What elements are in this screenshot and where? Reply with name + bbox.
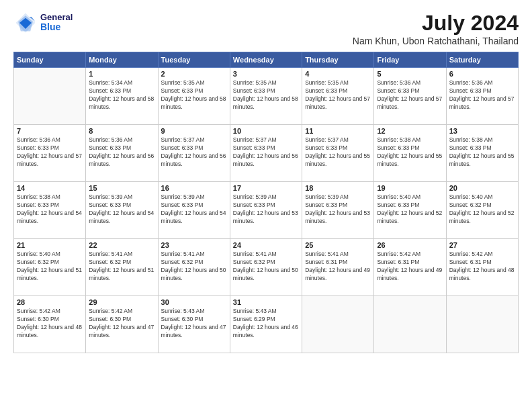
day-number: 2 xyxy=(161,70,227,78)
day-info: Sunrise: 5:41 AM Sunset: 6:31 PM Dayligh… xyxy=(305,250,371,283)
calendar-table: Sunday Monday Tuesday Wednesday Thursday… xyxy=(13,52,519,353)
day-info: Sunrise: 5:42 AM Sunset: 6:30 PM Dayligh… xyxy=(17,308,83,340)
day-info: Sunrise: 5:36 AM Sunset: 6:33 PM Dayligh… xyxy=(449,79,515,111)
day-number: 27 xyxy=(449,241,515,249)
day-info: Sunrise: 5:39 AM Sunset: 6:33 PM Dayligh… xyxy=(161,193,227,226)
day-info: Sunrise: 5:37 AM Sunset: 6:33 PM Dayligh… xyxy=(233,136,299,169)
calendar-cell: 20Sunrise: 5:40 AM Sunset: 6:32 PM Dayli… xyxy=(446,182,518,239)
day-number: 11 xyxy=(305,127,371,135)
calendar-cell: 29Sunrise: 5:42 AM Sunset: 6:30 PM Dayli… xyxy=(86,296,158,353)
calendar-cell: 7Sunrise: 5:36 AM Sunset: 6:33 PM Daylig… xyxy=(14,125,86,182)
header: General Blue July 2024 Nam Khun, Ubon Ra… xyxy=(13,11,519,46)
day-info: Sunrise: 5:35 AM Sunset: 6:33 PM Dayligh… xyxy=(161,79,227,111)
month-year: July 2024 xyxy=(353,11,519,36)
page: General Blue July 2024 Nam Khun, Ubon Ra… xyxy=(0,0,532,411)
calendar-cell: 28Sunrise: 5:42 AM Sunset: 6:30 PM Dayli… xyxy=(14,296,86,353)
calendar-week-5: 28Sunrise: 5:42 AM Sunset: 6:30 PM Dayli… xyxy=(14,296,519,353)
calendar-cell xyxy=(302,296,374,353)
day-number: 1 xyxy=(89,70,154,78)
day-info: Sunrise: 5:43 AM Sunset: 6:30 PM Dayligh… xyxy=(161,308,227,340)
day-number: 26 xyxy=(377,241,443,249)
day-info: Sunrise: 5:41 AM Sunset: 6:32 PM Dayligh… xyxy=(233,250,299,283)
calendar-cell: 26Sunrise: 5:42 AM Sunset: 6:31 PM Dayli… xyxy=(374,239,446,296)
col-monday: Monday xyxy=(86,52,158,68)
calendar-week-4: 21Sunrise: 5:40 AM Sunset: 6:32 PM Dayli… xyxy=(14,239,519,296)
calendar-cell: 9Sunrise: 5:37 AM Sunset: 6:33 PM Daylig… xyxy=(158,125,230,182)
calendar-cell: 23Sunrise: 5:41 AM Sunset: 6:32 PM Dayli… xyxy=(158,239,230,296)
calendar-cell: 17Sunrise: 5:39 AM Sunset: 6:33 PM Dayli… xyxy=(230,182,302,239)
day-number: 8 xyxy=(89,127,154,135)
day-number: 5 xyxy=(377,70,443,78)
location: Nam Khun, Ubon Ratchathani, Thailand xyxy=(353,36,519,46)
calendar-cell: 30Sunrise: 5:43 AM Sunset: 6:30 PM Dayli… xyxy=(158,296,230,353)
logo-icon xyxy=(13,11,38,35)
day-info: Sunrise: 5:36 AM Sunset: 6:33 PM Dayligh… xyxy=(89,136,154,169)
day-number: 7 xyxy=(17,127,83,135)
day-info: Sunrise: 5:39 AM Sunset: 6:33 PM Dayligh… xyxy=(233,193,299,226)
day-header-row: Sunday Monday Tuesday Wednesday Thursday… xyxy=(14,52,519,68)
calendar-week-1: 1Sunrise: 5:34 AM Sunset: 6:33 PM Daylig… xyxy=(14,68,519,125)
day-number: 3 xyxy=(233,70,299,78)
calendar-cell: 13Sunrise: 5:38 AM Sunset: 6:33 PM Dayli… xyxy=(446,125,518,182)
calendar-cell: 6Sunrise: 5:36 AM Sunset: 6:33 PM Daylig… xyxy=(446,68,518,125)
day-info: Sunrise: 5:40 AM Sunset: 6:33 PM Dayligh… xyxy=(377,193,443,226)
day-number: 23 xyxy=(161,241,227,249)
day-info: Sunrise: 5:37 AM Sunset: 6:33 PM Dayligh… xyxy=(161,136,227,169)
day-number: 20 xyxy=(449,184,515,192)
logo: General Blue xyxy=(13,11,73,35)
day-number: 4 xyxy=(305,70,371,78)
day-info: Sunrise: 5:41 AM Sunset: 6:32 PM Dayligh… xyxy=(89,250,154,283)
calendar-cell: 14Sunrise: 5:38 AM Sunset: 6:33 PM Dayli… xyxy=(14,182,86,239)
calendar-cell: 16Sunrise: 5:39 AM Sunset: 6:33 PM Dayli… xyxy=(158,182,230,239)
day-info: Sunrise: 5:43 AM Sunset: 6:29 PM Dayligh… xyxy=(233,308,299,340)
calendar-cell: 1Sunrise: 5:34 AM Sunset: 6:33 PM Daylig… xyxy=(86,68,158,125)
day-info: Sunrise: 5:35 AM Sunset: 6:33 PM Dayligh… xyxy=(233,79,299,111)
day-number: 31 xyxy=(233,298,299,306)
day-number: 24 xyxy=(233,241,299,249)
calendar-header: Sunday Monday Tuesday Wednesday Thursday… xyxy=(14,52,519,68)
col-saturday: Saturday xyxy=(446,52,518,68)
calendar-cell: 10Sunrise: 5:37 AM Sunset: 6:33 PM Dayli… xyxy=(230,125,302,182)
calendar-week-2: 7Sunrise: 5:36 AM Sunset: 6:33 PM Daylig… xyxy=(14,125,519,182)
day-number: 10 xyxy=(233,127,299,135)
day-info: Sunrise: 5:36 AM Sunset: 6:33 PM Dayligh… xyxy=(17,136,83,169)
day-number: 18 xyxy=(305,184,371,192)
title-block: July 2024 Nam Khun, Ubon Ratchathani, Th… xyxy=(353,11,519,46)
day-info: Sunrise: 5:40 AM Sunset: 6:32 PM Dayligh… xyxy=(17,250,83,283)
calendar-cell: 25Sunrise: 5:41 AM Sunset: 6:31 PM Dayli… xyxy=(302,239,374,296)
calendar-cell: 21Sunrise: 5:40 AM Sunset: 6:32 PM Dayli… xyxy=(14,239,86,296)
calendar-cell: 11Sunrise: 5:37 AM Sunset: 6:33 PM Dayli… xyxy=(302,125,374,182)
calendar-week-3: 14Sunrise: 5:38 AM Sunset: 6:33 PM Dayli… xyxy=(14,182,519,239)
calendar-cell: 8Sunrise: 5:36 AM Sunset: 6:33 PM Daylig… xyxy=(86,125,158,182)
day-info: Sunrise: 5:38 AM Sunset: 6:33 PM Dayligh… xyxy=(377,136,443,169)
day-info: Sunrise: 5:38 AM Sunset: 6:33 PM Dayligh… xyxy=(17,193,83,226)
logo-blue: Blue xyxy=(40,22,73,32)
day-number: 21 xyxy=(17,241,83,249)
day-number: 19 xyxy=(377,184,443,192)
day-number: 28 xyxy=(17,298,83,306)
day-number: 17 xyxy=(233,184,299,192)
logo-general: General xyxy=(40,13,73,22)
calendar-cell: 3Sunrise: 5:35 AM Sunset: 6:33 PM Daylig… xyxy=(230,68,302,125)
day-number: 25 xyxy=(305,241,371,249)
day-number: 16 xyxy=(161,184,227,192)
day-info: Sunrise: 5:37 AM Sunset: 6:33 PM Dayligh… xyxy=(305,136,371,169)
day-info: Sunrise: 5:42 AM Sunset: 6:30 PM Dayligh… xyxy=(89,308,154,340)
col-tuesday: Tuesday xyxy=(158,52,230,68)
day-info: Sunrise: 5:42 AM Sunset: 6:31 PM Dayligh… xyxy=(377,250,443,283)
day-info: Sunrise: 5:35 AM Sunset: 6:33 PM Dayligh… xyxy=(305,79,371,111)
calendar-cell: 19Sunrise: 5:40 AM Sunset: 6:33 PM Dayli… xyxy=(374,182,446,239)
calendar-cell: 31Sunrise: 5:43 AM Sunset: 6:29 PM Dayli… xyxy=(230,296,302,353)
day-number: 29 xyxy=(89,298,154,306)
col-sunday: Sunday xyxy=(14,52,86,68)
day-number: 22 xyxy=(89,241,154,249)
calendar-cell: 27Sunrise: 5:42 AM Sunset: 6:31 PM Dayli… xyxy=(446,239,518,296)
day-number: 9 xyxy=(161,127,227,135)
calendar-cell xyxy=(14,68,86,125)
calendar-cell xyxy=(446,296,518,353)
day-info: Sunrise: 5:34 AM Sunset: 6:33 PM Dayligh… xyxy=(89,79,154,111)
day-info: Sunrise: 5:40 AM Sunset: 6:32 PM Dayligh… xyxy=(449,193,515,226)
calendar-cell: 24Sunrise: 5:41 AM Sunset: 6:32 PM Dayli… xyxy=(230,239,302,296)
col-friday: Friday xyxy=(374,52,446,68)
calendar-cell: 2Sunrise: 5:35 AM Sunset: 6:33 PM Daylig… xyxy=(158,68,230,125)
